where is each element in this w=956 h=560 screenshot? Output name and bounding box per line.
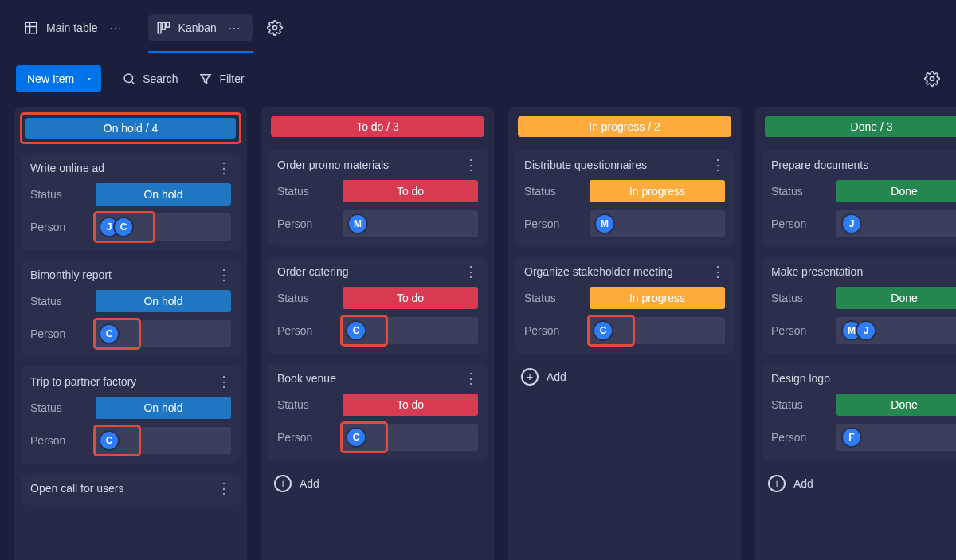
status-badge[interactable]: Done [836, 180, 956, 202]
tab-main-table[interactable]: Main table ⋯ [16, 14, 134, 41]
card-title: Open call for users [30, 482, 124, 495]
add-card-button[interactable]: +Add [515, 363, 735, 390]
plus-circle-icon: + [274, 475, 292, 492]
field-label-person: Person [524, 217, 582, 230]
avatar: C [113, 217, 134, 237]
kanban-column: In progress / 2Distribute questionnaires… [508, 107, 741, 560]
kanban-card[interactable]: Order catering⋮StatusTo doPersonC [268, 257, 488, 354]
status-badge[interactable]: On hold [96, 183, 231, 206]
kanban-column: Done / 3Prepare documents⋮StatusDonePers… [755, 107, 956, 560]
person-field[interactable]: C [343, 317, 478, 344]
card-title: Book venue [277, 372, 336, 385]
status-badge[interactable]: On hold [96, 290, 231, 312]
status-badge[interactable]: Done [836, 394, 956, 416]
card-menu-icon[interactable]: ⋮ [217, 268, 231, 282]
person-field[interactable]: M [590, 210, 725, 237]
card-title: Trip to partner factory [30, 375, 136, 388]
person-field[interactable]: C [96, 320, 231, 347]
column-header[interactable]: To do / 3 [271, 116, 484, 137]
column-header[interactable]: Done / 3 [765, 116, 956, 137]
column-header[interactable]: In progress / 2 [518, 116, 731, 137]
kanban-card[interactable]: Bimonthly report⋮StatusOn holdPersonC [21, 260, 241, 357]
card-title: Distribute questionnaires [524, 159, 647, 171]
search-button[interactable]: Search [122, 72, 178, 86]
view-tabs: Main table ⋯ Kanban ⋯ [0, 0, 956, 48]
kanban-card[interactable]: Prepare documents⋮StatusDonePersonJ [762, 150, 956, 247]
add-label: Add [300, 477, 319, 490]
table-icon [24, 21, 38, 35]
chevron-down-icon [85, 72, 93, 85]
card-title: Prepare documents [771, 159, 868, 171]
field-label-status: Status [524, 185, 582, 198]
field-label-person: Person [277, 431, 335, 444]
status-badge[interactable]: To do [343, 287, 478, 309]
tab-kanban[interactable]: Kanban ⋯ [148, 14, 253, 41]
kanban-card[interactable]: Book venue⋮StatusTo doPersonC [268, 363, 488, 460]
card-menu-icon[interactable]: ⋮ [711, 158, 725, 172]
add-card-button[interactable]: +Add [268, 470, 488, 497]
kanban-icon [156, 21, 170, 35]
add-label: Add [547, 370, 566, 383]
kanban-card[interactable]: Organize stakeholder meeting⋮StatusIn pr… [515, 257, 735, 354]
new-item-button[interactable]: New Item [16, 65, 101, 92]
card-menu-icon[interactable]: ⋮ [464, 371, 478, 386]
avatar: F [841, 427, 862, 448]
field-label-person: Person [524, 324, 582, 337]
status-badge[interactable]: In progress [590, 287, 725, 309]
card-menu-icon[interactable]: ⋮ [464, 158, 478, 172]
person-field[interactable]: JC [96, 213, 231, 241]
avatar: C [99, 323, 120, 344]
kanban-card[interactable]: Distribute questionnaires⋮StatusIn progr… [515, 150, 735, 247]
status-badge[interactable]: On hold [96, 397, 231, 419]
field-label-person: Person [30, 434, 88, 447]
kanban-card[interactable]: Write online ad⋮StatusOn holdPersonJC [21, 153, 241, 250]
card-title: Make presentation [771, 265, 863, 278]
field-label-status: Status [771, 292, 829, 304]
person-field[interactable]: F [836, 424, 956, 451]
person-field[interactable]: M [343, 210, 478, 237]
column-header[interactable]: On hold / 4 [25, 118, 236, 139]
field-label-person: Person [277, 324, 335, 337]
card-menu-icon[interactable]: ⋮ [464, 264, 478, 279]
search-icon [122, 72, 136, 86]
avatar: C [346, 427, 366, 448]
avatar: C [346, 320, 366, 341]
status-badge[interactable]: In progress [590, 180, 725, 202]
card-title: Write online ad [30, 162, 104, 174]
kanban-column: On hold / 4Write online ad⋮StatusOn hold… [14, 107, 247, 560]
status-badge[interactable]: Done [836, 287, 956, 309]
card-menu-icon[interactable]: ⋮ [217, 161, 231, 175]
filter-button[interactable]: Filter [198, 72, 244, 86]
filter-label: Filter [219, 72, 244, 85]
kanban-card[interactable]: Order promo materials⋮StatusTo doPersonM [268, 150, 488, 247]
kanban-card[interactable]: Design logo⋮StatusDonePersonF [762, 363, 956, 460]
field-label-person: Person [30, 221, 88, 233]
field-label-status: Status [30, 401, 88, 414]
person-field[interactable]: J [836, 210, 956, 237]
tab-menu-icon[interactable]: ⋯ [225, 19, 245, 37]
board-settings-button[interactable] [924, 71, 940, 87]
kanban-card[interactable]: Make presentation⋮StatusDonePersonMJ [762, 257, 956, 354]
svg-rect-3 [166, 22, 169, 27]
kanban-card[interactable]: Trip to partner factory⋮StatusOn holdPer… [21, 366, 241, 464]
field-label-status: Status [30, 295, 88, 307]
person-field[interactable]: C [96, 427, 231, 454]
person-field[interactable]: C [590, 317, 725, 344]
status-badge[interactable]: To do [343, 180, 478, 202]
person-field[interactable]: MJ [836, 317, 956, 344]
field-label-status: Status [277, 292, 335, 304]
person-field[interactable]: C [343, 424, 478, 451]
avatar: M [594, 213, 615, 234]
card-menu-icon[interactable]: ⋮ [217, 374, 231, 389]
card-title: Order promo materials [277, 159, 389, 171]
svg-point-6 [931, 77, 934, 81]
add-card-button[interactable]: +Add [762, 470, 956, 497]
card-title: Order catering [277, 265, 348, 278]
status-badge[interactable]: To do [343, 394, 478, 416]
card-menu-icon[interactable]: ⋮ [217, 481, 231, 495]
card-menu-icon[interactable]: ⋮ [711, 264, 725, 279]
field-label-person: Person [30, 327, 88, 340]
tab-menu-icon[interactable]: ⋯ [106, 19, 126, 37]
kanban-card[interactable]: Open call for users⋮ [21, 473, 241, 505]
view-settings-button[interactable] [267, 20, 283, 36]
